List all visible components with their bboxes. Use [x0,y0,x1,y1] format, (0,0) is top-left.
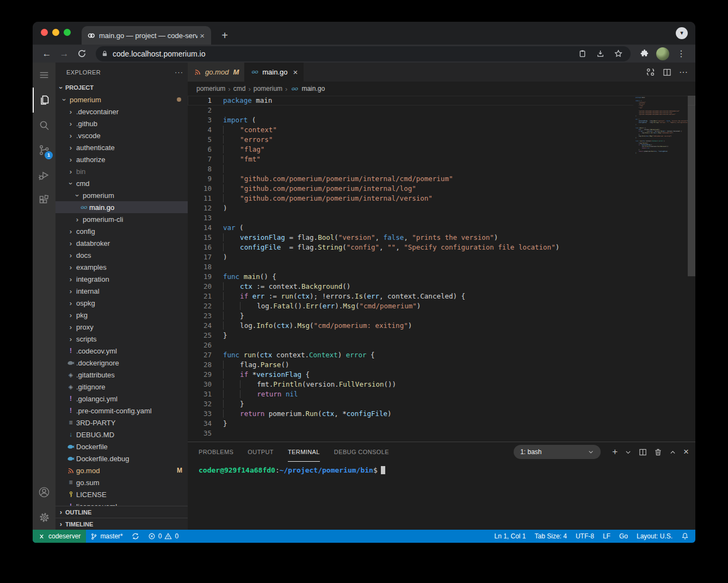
line-number[interactable]: 19 [188,272,212,282]
panel-tab-problems[interactable]: PROBLEMS [199,442,233,462]
line-number[interactable]: 4 [188,125,212,135]
tree-item-bin[interactable]: ›bin [55,165,188,177]
split-terminal-icon[interactable] [639,448,647,456]
code-text[interactable]: "errors" [223,135,273,145]
code-line-4[interactable]: 4 "context" [188,125,695,135]
code-line-15[interactable]: 15 versionFlag = flag.Bool("version", fa… [188,233,695,243]
tree-item-integration[interactable]: ›integration [55,273,188,285]
code-line-29[interactable]: 29 if *versionFlag { [188,370,695,380]
code-text[interactable]: return pomerium.Run(ctx, *configFile) [223,409,392,419]
line-number[interactable]: 31 [188,389,212,399]
breadcrumb-item[interactable]: pomerium [196,85,225,92]
chevron-right-icon[interactable]: › [66,168,75,176]
chevron-down-icon[interactable]: › [73,191,82,200]
line-number[interactable]: 5 [188,135,212,145]
tree-item-main.go[interactable]: GOmain.go [55,201,188,213]
code-text[interactable]: "github.com/pomerium/pomerium/internal/c… [223,174,453,184]
kill-terminal-trash-icon[interactable] [654,448,662,456]
tree-item-.gitignore[interactable]: ◈.gitignore [55,381,188,393]
chevron-right-icon[interactable]: › [66,323,75,331]
split-editor-icon[interactable] [663,68,671,77]
tree-item-authenticate[interactable]: ›authenticate [55,141,188,153]
chevron-right-icon[interactable]: › [73,215,82,224]
chevron-right-icon[interactable]: › [66,120,75,128]
chevron-right-icon[interactable]: › [66,251,75,259]
code-text[interactable]: ) [223,252,227,262]
close-window-button[interactable] [41,29,48,36]
line-number[interactable]: 11 [188,194,212,203]
status-keyboard-layout[interactable]: Layout: U.S. [632,530,677,543]
code-text[interactable]: if *versionFlag { [223,370,310,380]
chevron-right-icon[interactable]: › [66,275,75,283]
code-line-3[interactable]: 3import ( [188,115,695,125]
line-number[interactable]: 23 [188,311,212,321]
activity-extensions[interactable] [33,188,55,213]
code-text[interactable]: } [223,311,244,321]
line-number[interactable]: 6 [188,145,212,154]
code-line-10[interactable]: 10 "github.com/pomerium/pomerium/interna… [188,184,695,194]
profile-avatar[interactable] [656,47,669,60]
status-encoding[interactable]: UTF-8 [571,530,599,543]
code-text[interactable]: "github.com/pomerium/pomerium/internal/v… [223,194,433,203]
tree-item-.codecov.yml[interactable]: !.codecov.yml [55,345,188,357]
code-line-20[interactable]: 20 ctx := context.Background() [188,282,695,292]
tree-item-config[interactable]: ›config [55,225,188,237]
code-line-28[interactable]: 28 flag.Parse() [188,360,695,370]
save-page-button[interactable] [594,49,607,58]
line-number[interactable]: 7 [188,154,212,164]
code-line-24[interactable]: 24 log.Info(ctx).Msg("cmd/pomerium: exit… [188,321,695,331]
panel-tab-debug-console[interactable]: DEBUG CONSOLE [334,442,389,462]
code-text[interactable]: return nil [223,389,298,399]
breadcrumb-item[interactable]: pomerium [254,85,282,92]
code-line-12[interactable]: 12) [188,203,695,213]
activity-explorer[interactable] [33,88,55,113]
line-number[interactable]: 10 [188,184,212,194]
sync-button[interactable] [127,530,144,543]
line-number[interactable]: 25 [188,331,212,340]
minimap[interactable]: 1package main23import (4 "context"5 "err… [633,97,688,442]
url-text[interactable]: code.localhost.pomerium.io [113,49,571,58]
copy-url-button[interactable] [576,49,589,58]
tab-close-icon[interactable]: × [198,31,207,40]
code-text[interactable]: fmt.Println(version.FullVersion()) [223,380,396,389]
tree-item-Dockerfile.debug[interactable]: Dockerfile.debug [55,452,188,464]
line-number[interactable]: 15 [188,233,212,243]
code-text[interactable]: import ( [223,115,256,125]
code-text[interactable]: versionFlag = flag.Bool("version", false… [223,233,498,243]
code-text[interactable]: log.Fatal().Err(err).Msg("cmd/pomerium") [223,301,421,311]
line-number[interactable]: 14 [188,223,212,233]
line-number[interactable]: 3 [188,115,212,125]
code-text[interactable]: func main() { [223,272,276,282]
code-text[interactable]: "context" [223,125,277,135]
code-line-33[interactable]: 33 return pomerium.Run(ctx, *configFile) [188,409,695,419]
line-number[interactable]: 16 [188,243,212,252]
zoom-window-button[interactable] [64,29,71,36]
line-number[interactable]: 24 [188,321,212,331]
code-text[interactable]: flag.Parse() [223,360,289,370]
code-line-32[interactable]: 32 } [188,399,695,409]
code-text[interactable]: configFile = flag.String("config", "", "… [223,243,559,252]
status-language-mode[interactable]: Go [615,530,632,543]
tree-item-pkg[interactable]: ›pkg [55,309,188,321]
breadcrumb-item[interactable]: main.go [301,85,325,92]
line-number[interactable]: 12 [188,203,212,213]
code-line-21[interactable]: 21 if err := run(ctx); !errors.Is(err, c… [188,292,695,301]
tree-item-.pre-commit-config.yaml[interactable]: !.pre-commit-config.yaml [55,405,188,417]
more-actions-icon[interactable]: ··· [679,67,688,77]
tree-item-pomerium-cli[interactable]: ›pomerium-cli [55,213,188,225]
tree-item-.vscode[interactable]: ›.vscode [55,129,188,141]
editor-tab-main-go[interactable]: GO main.go × [245,63,304,82]
line-number[interactable]: 34 [188,419,212,429]
line-number[interactable]: 1 [188,96,212,106]
code-line-14[interactable]: 14var ( [188,223,695,233]
status-cursor-position[interactable]: Ln 1, Col 1 [490,530,530,543]
line-number[interactable]: 29 [188,370,212,380]
code-text[interactable]: "flag" [223,145,264,154]
line-number[interactable]: 8 [188,164,212,174]
tree-item-.dockerignore[interactable]: .dockerignore [55,357,188,369]
code-line-16[interactable]: 16 configFile = flag.String("config", ""… [188,243,695,252]
code-text[interactable]: } [223,399,244,409]
close-panel-icon[interactable]: × [683,446,689,457]
editor-tab-go-mod[interactable]: go.mod M [188,63,245,82]
status-eol[interactable]: LF [599,530,615,543]
